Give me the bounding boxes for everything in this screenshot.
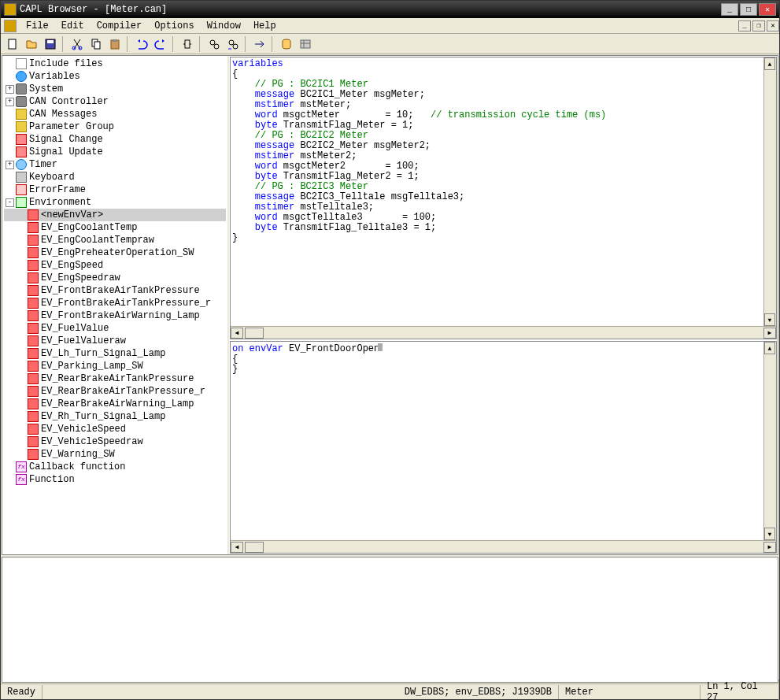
tree-item[interactable]: EV_EngCoolantTempraw (4, 234, 226, 246)
scroll-right-icon[interactable]: ▶ (763, 328, 776, 339)
db2-button[interactable] (297, 35, 314, 53)
compile-button[interactable] (179, 35, 196, 53)
goto-button[interactable] (251, 35, 268, 53)
tree-item[interactable]: Include files (4, 57, 226, 70)
tree-item[interactable]: Parameter Group (4, 120, 226, 133)
tree-item[interactable]: fxFunction (4, 473, 226, 486)
new-file-button[interactable] (4, 35, 21, 53)
tree-item[interactable]: EV_Parking_Lamp_SW (4, 360, 226, 372)
tree-item-label: EV_Lh_Turn_Signal_Lamp (41, 347, 165, 360)
envvar-icon (28, 285, 39, 296)
mdi-restore-button[interactable]: ❐ (752, 20, 765, 31)
expander-icon (6, 110, 14, 119)
code-editor-bottom[interactable]: on envVar EV_FrontDoorOpen{} ▲ ▼ ◀ ▶ (230, 341, 777, 554)
code-editor-top[interactable]: variables{ // PG : BC2IC1 Meter message … (230, 57, 777, 339)
scroll-left-icon[interactable]: ◀ (231, 328, 243, 339)
scroll-thumb[interactable] (245, 328, 264, 339)
scroll-right-icon[interactable]: ▶ (763, 542, 776, 553)
tree-item[interactable]: fxCallback function (4, 461, 226, 473)
hscroll-bottom[interactable]: ◀ ▶ (231, 540, 776, 553)
tree-item[interactable]: Variables (4, 70, 226, 83)
code-top-text[interactable]: variables{ // PG : BC2IC1 Meter message … (231, 57, 776, 326)
tree-item[interactable]: EV_RearBrakeAirTankPressure_r (4, 385, 226, 398)
expander-icon[interactable]: + (6, 161, 14, 169)
vscroll-bottom[interactable]: ▲ ▼ (763, 342, 776, 540)
expander-icon[interactable]: - (6, 198, 14, 207)
tree-view[interactable]: Include filesVariables+System+CAN Contro… (2, 56, 229, 554)
menu-options[interactable]: Options (148, 19, 200, 33)
envvar-icon (28, 209, 39, 220)
maximize-button[interactable]: □ (740, 3, 757, 16)
scroll-down-icon[interactable]: ▼ (764, 528, 775, 540)
tree-item-label: Variables (29, 70, 80, 83)
tree-item[interactable]: -Environment (4, 196, 226, 209)
menu-file[interactable]: File (20, 19, 55, 33)
db-button[interactable] (278, 35, 295, 53)
find-next-button[interactable] (224, 35, 242, 53)
sig-icon (16, 134, 27, 145)
tree-item[interactable]: EV_FuelValue (4, 322, 226, 335)
expander-icon (6, 476, 14, 484)
copy-button[interactable] (87, 35, 105, 53)
tree-item[interactable]: EV_Warning_SW (4, 448, 226, 461)
scroll-thumb[interactable] (245, 542, 264, 553)
tree-item[interactable]: EV_FuelValueraw (4, 335, 226, 347)
expander-icon[interactable]: + (6, 85, 14, 94)
tree-item[interactable]: ErrorFrame (4, 183, 226, 196)
tree-item[interactable]: EV_VehicleSpeedraw (4, 435, 226, 448)
tree-item-label: EV_FuelValueraw (41, 335, 126, 347)
mdi-close-button[interactable]: ✕ (767, 20, 779, 31)
tree-item[interactable]: Keyboard (4, 171, 226, 183)
tree-item[interactable]: EV_EngCoolantTemp (4, 221, 226, 234)
expander-icon (17, 236, 26, 245)
tree-item[interactable]: EV_FrontBrakeAirWarning_Lamp (4, 309, 226, 322)
hscroll-top[interactable]: ◀ ▶ (231, 326, 776, 339)
tree-item[interactable]: <newEnvVar> (4, 209, 226, 221)
paste-button[interactable] (106, 35, 124, 53)
tree-item[interactable]: Signal Change (4, 133, 226, 146)
minimize-button[interactable]: _ (721, 3, 738, 16)
tree-item[interactable]: +Timer (4, 158, 226, 171)
tree-item[interactable]: EV_EngPreheaterOperation_SW (4, 246, 226, 259)
output-panel[interactable] (2, 557, 778, 683)
tree-item-label: Callback function (29, 461, 125, 473)
tree-item[interactable]: EV_EngSpeed (4, 259, 226, 272)
envvar-icon (28, 424, 39, 435)
expander-icon (17, 224, 26, 232)
close-button[interactable]: ✕ (759, 3, 776, 16)
save-file-button[interactable] (42, 35, 59, 53)
tree-item[interactable]: EV_RearBrakeAirTankPressure (4, 372, 226, 385)
tree-item[interactable]: EV_Lh_Turn_Signal_Lamp (4, 347, 226, 360)
menu-help[interactable]: Help (247, 19, 283, 33)
tree-item[interactable]: CAN Messages (4, 108, 226, 120)
menu-edit[interactable]: Edit (55, 19, 91, 33)
tree-item[interactable]: Signal Update (4, 146, 226, 158)
scroll-down-icon[interactable]: ▼ (764, 313, 775, 326)
vscroll-top[interactable]: ▲ ▼ (763, 57, 776, 326)
scroll-up-icon[interactable]: ▲ (764, 342, 775, 354)
scroll-left-icon[interactable]: ◀ (231, 542, 243, 553)
menu-window[interactable]: Window (201, 19, 247, 33)
tree-item[interactable]: +System (4, 83, 226, 95)
expander-icon (17, 312, 26, 320)
expander-icon[interactable]: + (6, 98, 14, 106)
open-file-button[interactable] (23, 35, 40, 53)
scroll-up-icon[interactable]: ▲ (764, 57, 775, 70)
tree-item[interactable]: EV_FrontBrakeAirTankPressure (4, 284, 226, 297)
cut-button[interactable] (68, 35, 86, 53)
mdi-icon[interactable] (4, 20, 17, 32)
tree-item[interactable]: EV_RearBrakeAirWarning_Lamp (4, 398, 226, 410)
tree-item-label: EV_Warning_SW (41, 448, 115, 461)
undo-button[interactable] (133, 35, 150, 53)
mdi-minimize-button[interactable]: _ (738, 20, 751, 31)
find-button[interactable] (205, 35, 223, 53)
menu-compiler[interactable]: Compiler (91, 19, 149, 33)
expander-icon (17, 375, 26, 383)
tree-item[interactable]: EV_EngSpeedraw (4, 272, 226, 284)
redo-button[interactable] (152, 35, 169, 53)
tree-item[interactable]: EV_VehicleSpeed (4, 423, 226, 435)
tree-item[interactable]: EV_Rh_Turn_Signal_Lamp (4, 410, 226, 423)
code-bottom-text[interactable]: on envVar EV_FrontDoorOpen{} (231, 342, 776, 540)
tree-item[interactable]: +CAN Controller (4, 95, 226, 108)
tree-item[interactable]: EV_FrontBrakeAirTankPressure_r (4, 297, 226, 309)
